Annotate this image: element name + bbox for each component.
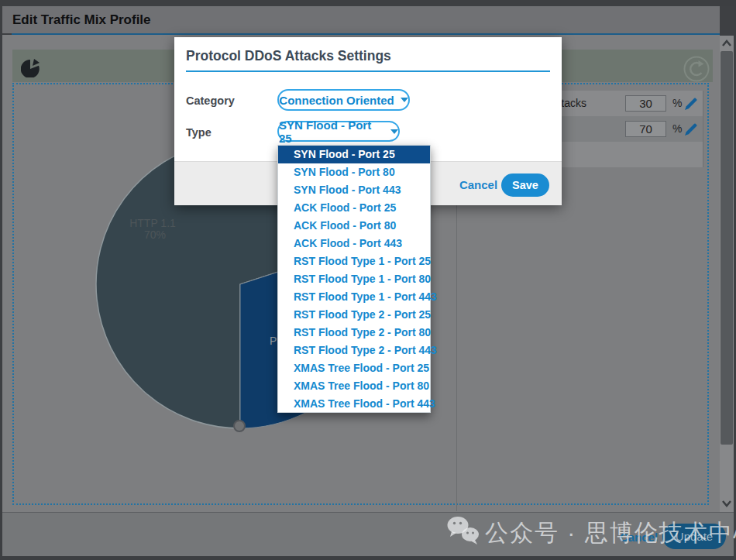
pie-label-http: HTTP 1.1 — [129, 217, 176, 229]
pie-slice-label-fragment: P — [270, 335, 277, 347]
edit-pencil-icon[interactable] — [684, 97, 698, 111]
attack-row-1-percent-sign: % — [672, 91, 685, 116]
profile-cancel-button[interactable]: Cancel — [617, 526, 660, 549]
category-dropdown-value: Connection Oriented — [279, 94, 394, 107]
type-dropdown-value: SYN Flood - Port 25 — [279, 119, 384, 145]
modal-title: Protocol DDoS Attacks Settings — [186, 48, 391, 64]
dropdown-option[interactable]: ACK Flood - Port 25 — [278, 199, 430, 217]
dropdown-option[interactable]: XMAS Tree Flood - Port 25 — [278, 359, 430, 376]
chevron-down-icon — [390, 129, 398, 134]
dropdown-option[interactable]: RST Flood Type 1 - Port 80 — [278, 270, 430, 288]
modal-title-underline — [186, 70, 550, 72]
scrollbar-corner — [720, 6, 734, 36]
pie-drag-handle[interactable] — [234, 421, 245, 431]
edit-pencil-icon[interactable] — [684, 122, 698, 136]
dropdown-option[interactable]: ACK Flood - Port 443 — [278, 235, 430, 253]
dropdown-option[interactable]: XMAS Tree Flood - Port 80 — [278, 376, 430, 394]
pie-label-http-pct: 70% — [144, 228, 166, 241]
category-dropdown[interactable]: Connection Oriented — [277, 89, 410, 111]
pie-chart-icon — [21, 59, 40, 77]
scroll-down-arrow[interactable] — [721, 499, 732, 508]
attack-row-2-percent-input[interactable] — [625, 121, 666, 137]
dropdown-option[interactable]: RST Flood Type 1 - Port 25 — [278, 253, 430, 270]
chevron-down-icon — [401, 98, 408, 102]
dropdown-option[interactable]: RST Flood Type 2 - Port 25 — [278, 305, 430, 323]
dropdown-option[interactable]: SYN Flood - Port 443 — [278, 181, 430, 199]
undo-icon[interactable] — [683, 55, 710, 83]
dropdown-option[interactable]: RST Flood Type 1 - Port 443 — [278, 288, 430, 306]
dropdown-option[interactable]: RST Flood Type 2 - Port 443 — [278, 341, 430, 359]
dropdown-option[interactable]: RST Flood Type 2 - Port 80 — [278, 323, 430, 341]
modal-cancel-button[interactable]: Cancel — [457, 173, 500, 197]
attack-row-1-percent-input[interactable] — [625, 95, 666, 112]
page-title: Edit Traffic Mix Profile — [12, 12, 151, 28]
attack-row-2-percent-sign: % — [672, 116, 685, 142]
profile-update-button[interactable]: Update — [662, 524, 726, 549]
dropdown-option[interactable]: ACK Flood - Port 80 — [278, 217, 430, 235]
type-dropdown[interactable]: SYN Flood - Port 25 — [277, 121, 400, 142]
dropdown-option[interactable]: XMAS Tree Flood - Port 443 — [278, 394, 430, 412]
type-label: Type — [186, 121, 212, 144]
type-dropdown-list: SYN Flood - Port 25 SYN Flood - Port 80 … — [277, 145, 431, 413]
dropdown-option[interactable]: SYN Flood - Port 25 — [278, 146, 430, 163]
dropdown-option[interactable]: SYN Flood - Port 80 — [278, 163, 430, 181]
scrollbar-thumb[interactable] — [721, 51, 733, 445]
category-label: Category — [186, 89, 235, 112]
modal-save-button[interactable]: Save — [501, 173, 549, 197]
scroll-up-arrow[interactable] — [721, 39, 732, 48]
